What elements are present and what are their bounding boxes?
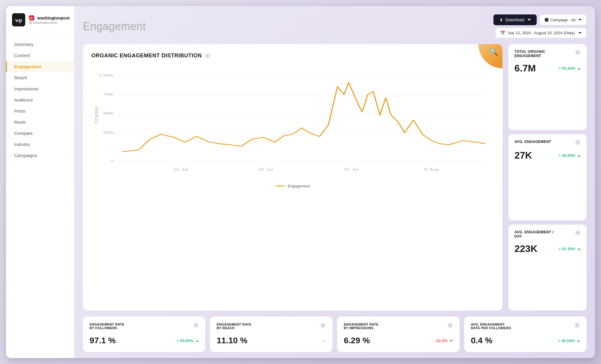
svg-text:wp: wp <box>15 17 22 23</box>
stat-info-icon-1[interactable]: i <box>575 140 581 145</box>
bottom-card-engagement-rate-reach: ENGAGEMENT RATE BY REACH i 11.10 % — <box>210 317 332 352</box>
sidebar-item-industry[interactable]: Industry <box>6 139 74 150</box>
stat-card-avg-engagement: AVG. ENGAGEMENT i 27K + 36.55% <box>508 134 587 220</box>
date-range-selector[interactable]: 📅 July 12, 2024 - August 10, 2024 (Daily… <box>495 28 587 38</box>
bottom-card-value-2: 6.29 % <box>344 336 370 345</box>
campaign-icon <box>545 18 548 22</box>
bottom-card-label-0: ENGAGEMENT RATE BY FOLLOWERS i <box>90 323 199 330</box>
stat-value-row-2: 223K + 91.16% <box>514 243 581 254</box>
brand-name: washingtonpost <box>37 16 69 20</box>
svg-point-3 <box>31 17 32 19</box>
bottom-card-info-icon-1[interactable]: i <box>320 323 326 328</box>
sidebar-item-content[interactable]: Content <box>6 50 74 61</box>
top-bar: Engagement ⬇ Download Campaign · All <box>83 14 587 38</box>
chart-title: ORGANIC ENGAGEMENT DISTRIBUTION <box>91 53 202 59</box>
bottom-card-change-3: + 36.18% <box>558 338 580 343</box>
chart-section: 🔍 ORGANIC ENGAGEMENT DISTRIBUTION i <box>83 44 587 311</box>
legend-label-engagement: Engagement <box>288 184 310 188</box>
sidebar-nav: Summary Content Engagement Reach Impress… <box>6 33 74 167</box>
bottom-card-change-2: - 62.3% <box>434 338 453 343</box>
stat-value-avg-engagement-day: 223K <box>514 243 538 254</box>
bottom-card-label-3: AVG. ENGAGEMENT RATE PER FOLLOWERS i <box>471 323 580 330</box>
sidebar-item-compare[interactable]: Compare <box>6 128 74 139</box>
chart-card: 🔍 ORGANIC ENGAGEMENT DISTRIBUTION i <box>83 44 502 311</box>
svg-text:# of actions: # of actions <box>93 106 99 124</box>
sidebar-item-summary[interactable]: Summary <box>6 39 74 50</box>
sidebar-item-impressions[interactable]: Impressions <box>6 83 74 94</box>
chart-title-row: ORGANIC ENGAGEMENT DISTRIBUTION i <box>91 53 494 59</box>
campaign-dropdown[interactable]: Campaign · All <box>540 14 587 25</box>
stats-sidebar: TOTAL ORGANIC ENGAGEMENT i 6.7M + 91.16% <box>508 44 587 311</box>
chart-info-icon[interactable]: i <box>205 53 210 59</box>
stat-change-avg-engagement-day: + 91.16% <box>559 247 581 251</box>
svg-text:5. Aug: 5. Aug <box>424 168 438 171</box>
bottom-card-avg-engagement-rate-followers: AVG. ENGAGEMENT RATE PER FOLLOWERS i 0.4… <box>464 317 587 352</box>
stat-trend-up-icon-2 <box>578 248 581 250</box>
bottom-card-trend-icon-2 <box>450 340 453 342</box>
bottom-card-engagement-rate-followers: ENGAGEMENT RATE BY FOLLOWERS i 97.1 % + … <box>83 317 205 352</box>
bottom-card-change-0: + 90.65% <box>177 338 199 343</box>
sidebar-brand: washingtonpost @ /washingtonpost <box>29 15 69 24</box>
sidebar-item-campaigns[interactable]: Campaigns <box>6 150 74 161</box>
stat-card-total-organic: TOTAL ORGANIC ENGAGEMENT i 6.7M + 91.16% <box>508 44 587 130</box>
bottom-card-label-2: ENGAGEMENT RATE BY IMPRESSIONS i <box>344 323 453 330</box>
stat-value-total-organic: 6.7M <box>514 63 536 74</box>
svg-point-4 <box>32 17 32 17</box>
sidebar-item-engagement[interactable]: Engagement <box>6 61 74 72</box>
svg-text:15. Jul: 15. Jul <box>174 168 188 171</box>
calendar-icon: 📅 <box>500 31 505 35</box>
page-title: Engagement <box>83 20 146 33</box>
bottom-card-value-1: 11.10 % <box>217 336 248 345</box>
stat-label-avg-engagement: AVG. ENGAGEMENT i <box>514 140 581 145</box>
instagram-icon <box>29 15 34 21</box>
sidebar-item-audience[interactable]: Audience <box>6 94 74 105</box>
sidebar-item-reels[interactable]: Reels <box>6 117 74 128</box>
svg-text:250k: 250k <box>103 130 114 134</box>
stat-change-total-organic: + 91.16% <box>559 66 581 71</box>
sidebar: wp washingtonpost @ /washingtonpost <box>6 6 75 358</box>
bottom-card-trend-icon-0 <box>196 340 199 342</box>
bottom-card-trend-icon-3 <box>577 340 580 342</box>
campaign-chevron-icon <box>578 19 581 21</box>
stat-trend-up-icon-1 <box>578 155 581 157</box>
bottom-card-info-icon-3[interactable]: i <box>575 323 580 328</box>
stat-value-row-1: 27K + 36.55% <box>514 150 581 161</box>
stat-info-icon-2[interactable]: i <box>575 230 581 235</box>
bottom-card-value-row-3: 0.4 % + 36.18% <box>471 336 580 345</box>
stat-label-avg-engagement-day: AVG. ENGAGEMENT / DAY i <box>514 230 581 238</box>
chart-corner-decoration: 🔍 <box>478 44 502 68</box>
download-button[interactable]: ⬇ Download <box>493 14 537 25</box>
download-icon: ⬇ <box>499 17 503 22</box>
brand-handle: @ /washingtonpost <box>29 21 69 24</box>
logo-icon: wp <box>12 13 25 26</box>
bottom-card-value-row-1: 11.10 % — <box>217 336 326 345</box>
stat-trend-up-icon-0 <box>578 68 581 70</box>
bottom-card-engagement-rate-impressions: ENGAGEMENT RATE BY IMPRESSIONS i 6.29 % … <box>337 317 459 352</box>
stat-value-avg-engagement: 27K <box>514 150 532 161</box>
sidebar-header: wp washingtonpost @ /washingtonpost <box>6 6 74 33</box>
dropdown-chevron-icon <box>528 19 531 21</box>
svg-text:750k: 750k <box>103 93 114 96</box>
bottom-card-info-icon-2[interactable]: i <box>447 323 453 328</box>
bottom-card-info-icon-0[interactable]: i <box>193 323 199 328</box>
sidebar-item-reach[interactable]: Reach <box>6 72 74 83</box>
svg-rect-2 <box>30 17 33 20</box>
engagement-chart-svg: 1 000k 750k 500k 250k 0 # of actions 15.… <box>91 66 494 180</box>
svg-text:0: 0 <box>111 159 114 163</box>
svg-text:500k: 500k <box>103 111 114 115</box>
search-icon: 🔍 <box>489 48 498 56</box>
bottom-card-value-row-2: 6.29 % - 62.3% <box>344 336 453 345</box>
stat-label-total-organic: TOTAL ORGANIC ENGAGEMENT i <box>514 50 581 58</box>
chart-area: 1 000k 750k 500k 250k 0 # of actions 15.… <box>91 66 494 180</box>
svg-text:1 000k: 1 000k <box>99 73 114 77</box>
bottom-card-value-0: 97.1 % <box>90 336 116 345</box>
bottom-card-value-row-0: 97.1 % + 90.65% <box>90 336 199 345</box>
stat-value-row-0: 6.7M + 91.16% <box>514 63 581 74</box>
main-content: Engagement ⬇ Download Campaign · All <box>75 6 595 358</box>
sidebar-item-posts[interactable]: Posts <box>6 105 74 117</box>
chart-legend: Engagement <box>91 184 494 188</box>
bottom-card-value-3: 0.4 % <box>471 336 493 345</box>
stat-info-icon-0[interactable]: i <box>575 50 581 55</box>
bottom-card-label-1: ENGAGEMENT RATE BY REACH i <box>217 323 326 330</box>
svg-text:29. Jul: 29. Jul <box>343 168 358 171</box>
